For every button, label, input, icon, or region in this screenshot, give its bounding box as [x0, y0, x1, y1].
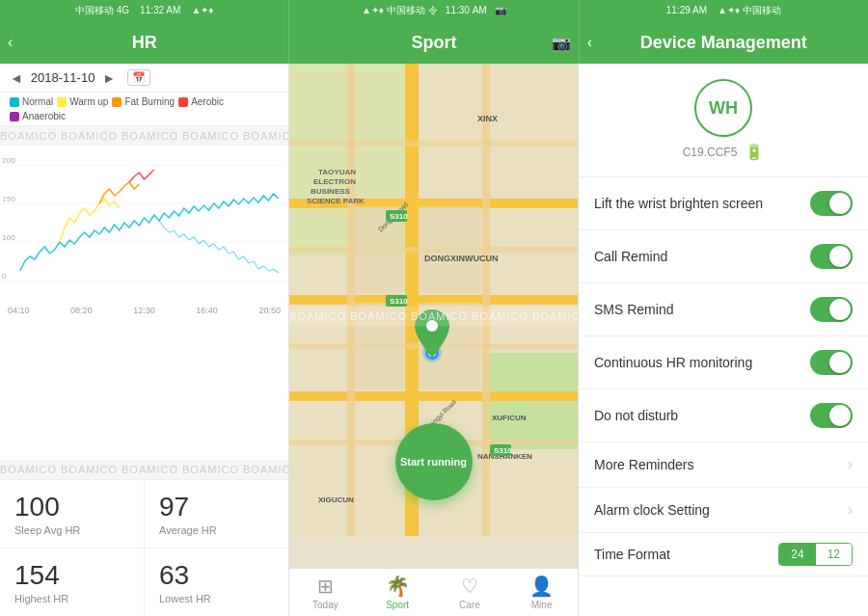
- toggle-knob-sms-remind: [829, 299, 851, 320]
- device-title: Device Management: [640, 33, 807, 53]
- status-bars: 中国移动 4G 11:32 AM ▲✦♦ ▲✦♦ 中国移动 令 11:30 AM…: [0, 0, 868, 21]
- toggle-knob-continuous-hr: [829, 352, 851, 373]
- nav-sport[interactable]: 🌴 Sport: [362, 569, 434, 616]
- start-running-button[interactable]: Start running: [395, 423, 473, 500]
- nav-care-label: Care: [459, 600, 480, 610]
- svg-point-45: [426, 320, 438, 332]
- svg-rect-17: [289, 141, 578, 147]
- toggle-knob-do-not-disturb: [829, 405, 851, 426]
- next-date-icon[interactable]: ►: [102, 70, 116, 86]
- toggle-lift-wrist[interactable]: [810, 191, 853, 216]
- legend-label-warmup: Warm up: [69, 96, 108, 107]
- setting-more-reminders[interactable]: More Reminders ›: [579, 442, 868, 488]
- svg-rect-22: [419, 206, 480, 293]
- setting-sms-remind: SMS Remind: [579, 283, 868, 336]
- mine-icon: 👤: [529, 575, 554, 598]
- toggle-sms-remind[interactable]: [810, 297, 853, 322]
- setting-label-continuous-hr: Continuous HR monitoring: [594, 355, 752, 370]
- legend-fat: Fat Burning: [112, 96, 175, 107]
- care-icon: ♡: [461, 575, 478, 598]
- stat-value-sleep-avg: 100: [14, 492, 129, 522]
- toggle-knob-lift-wrist: [829, 193, 851, 214]
- legend-dot-aerobic: [178, 97, 188, 107]
- chevron-alarm-clock: ›: [848, 501, 853, 519]
- header-hr: ‹ HR: [0, 21, 289, 64]
- hr-chart-svg: 200 150 100 0: [0, 146, 288, 300]
- back-icon-hr[interactable]: ‹: [8, 34, 13, 51]
- legend-anaerobic: Anaerobic: [10, 111, 66, 121]
- back-icon-device[interactable]: ‹: [587, 34, 592, 51]
- svg-text:XINX: XINX: [477, 114, 498, 123]
- svg-text:SCIENCE PARK: SCIENCE PARK: [307, 197, 365, 205]
- prev-date-icon[interactable]: ◄: [10, 70, 23, 86]
- time-btn-12[interactable]: 12: [816, 544, 852, 565]
- legend-dot-warmup: [57, 97, 67, 107]
- setting-do-not-disturb: Do not disturb: [579, 389, 868, 442]
- svg-rect-23: [355, 303, 403, 389]
- stat-label-avg-hr: Average HR: [159, 524, 274, 536]
- x-label-4: 16:40: [196, 306, 218, 315]
- stat-lowest-hr: 63 Lowest HR: [145, 549, 288, 616]
- legend-label-anaerobic: Anaerobic: [22, 111, 66, 121]
- setting-lift-wrist: Lift the wrist brighten screen: [579, 177, 868, 230]
- nav-mine[interactable]: 👤 Mine: [505, 569, 578, 616]
- nav-today[interactable]: ⊞ Today: [289, 569, 362, 616]
- nav-care[interactable]: ♡ Care: [434, 569, 506, 616]
- stat-value-highest-hr: 154: [14, 560, 129, 591]
- hr-date: 2018-11-10: [31, 70, 95, 85]
- x-label-1: 04:10: [8, 306, 30, 315]
- svg-rect-15: [347, 64, 355, 536]
- header-bars: ‹ HR Sport 📷 ‹ Device Management: [0, 21, 868, 64]
- setting-label-more-reminders: More Reminders: [594, 457, 693, 472]
- setting-label-sms-remind: SMS Remind: [594, 302, 673, 317]
- setting-alarm-clock[interactable]: Alarm clock Setting ›: [579, 488, 868, 533]
- sport-title: Sport: [411, 33, 456, 53]
- today-icon: ⊞: [317, 575, 334, 598]
- device-id-text: C19.CCF5: [683, 146, 738, 159]
- panel-hr: ◄ 2018-11-10 ► 📅 Normal Warm up Fat Burn…: [0, 64, 289, 616]
- time-format-buttons: 24 12: [778, 543, 853, 566]
- nav-today-label: Today: [312, 600, 339, 610]
- svg-text:S310: S310: [390, 212, 408, 221]
- toggle-call-remind[interactable]: [810, 244, 853, 269]
- svg-text:0: 0: [2, 272, 7, 281]
- legend-warmup: Warm up: [57, 96, 108, 107]
- legend-normal: Normal: [10, 96, 53, 107]
- hr-title: HR: [132, 33, 157, 53]
- watermark-2: BOAMICO BOAMICO BOAMICO BOAMICO BOAMICO …: [0, 460, 288, 479]
- setting-label-do-not-disturb: Do not disturb: [594, 408, 678, 423]
- legend-label-normal: Normal: [22, 96, 53, 107]
- stat-highest-hr: 154 Highest HR: [0, 549, 145, 616]
- setting-continuous-hr: Continuous HR monitoring: [579, 336, 868, 389]
- logo-text: WH: [709, 98, 738, 119]
- hr-stats-row2: 154 Highest HR 63 Lowest HR: [0, 548, 288, 616]
- stat-label-sleep-avg: Sleep Avg HR: [14, 524, 129, 536]
- svg-text:DONGXINWUCUN: DONGXINWUCUN: [424, 254, 499, 263]
- toggle-continuous-hr[interactable]: [810, 350, 853, 375]
- sport-nav-icon: 🌴: [386, 575, 410, 598]
- legend-aerobic: Aerobic: [178, 96, 224, 107]
- stat-avg-hr: 97 Average HR: [145, 480, 288, 548]
- svg-text:100: 100: [2, 233, 15, 242]
- calendar-icon[interactable]: 📅: [127, 69, 150, 86]
- svg-text:S310: S310: [494, 446, 512, 455]
- svg-text:S310: S310: [390, 297, 408, 306]
- stat-sleep-avg: 100 Sleep Avg HR: [0, 480, 145, 548]
- svg-text:150: 150: [2, 195, 15, 203]
- nav-sport-label: Sport: [386, 600, 409, 610]
- time-btn-24[interactable]: 24: [779, 544, 815, 565]
- bottom-nav: ⊞ Today 🌴 Sport ♡ Care 👤 Mine: [289, 568, 578, 616]
- device-logo: WH: [694, 79, 752, 137]
- x-label-2: 08:20: [70, 306, 93, 315]
- svg-rect-16: [482, 64, 490, 536]
- main-panels: ◄ 2018-11-10 ► 📅 Normal Warm up Fat Burn…: [0, 64, 868, 616]
- legend-dot-anaerobic: [10, 112, 19, 121]
- hr-chart: 200 150 100 0 04:10 08:20 12:30 16:40: [0, 146, 288, 460]
- setting-time-format: Time Format 24 12: [579, 533, 868, 576]
- camera-icon[interactable]: 📷: [552, 34, 571, 52]
- setting-label-call-remind: Call Remind: [594, 249, 667, 264]
- setting-label-lift-wrist: Lift the wrist brighten screen: [594, 196, 763, 211]
- toggle-do-not-disturb[interactable]: [810, 403, 853, 428]
- setting-label-alarm-clock: Alarm clock Setting: [594, 502, 710, 518]
- hr-stats-row1: 100 Sleep Avg HR 97 Average HR: [0, 479, 288, 548]
